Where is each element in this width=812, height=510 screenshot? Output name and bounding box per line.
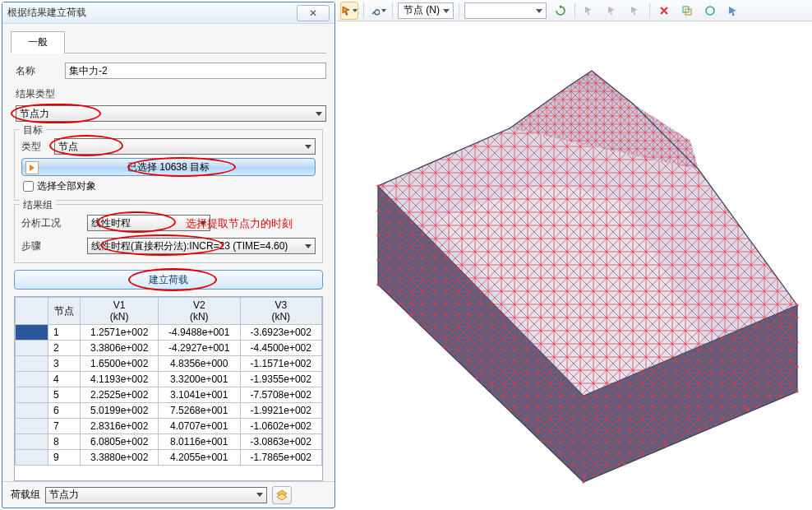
table-row[interactable]: 86.0805e+0028.0116e+001-3.0863e+002 xyxy=(16,434,322,450)
chevron-down-icon xyxy=(443,9,450,13)
cursor-icon xyxy=(584,6,594,16)
tb-op2[interactable] xyxy=(678,2,696,20)
result-type-dropdown[interactable]: 节点力 xyxy=(16,105,326,122)
tb-op4[interactable] xyxy=(724,2,742,20)
svg-point-19 xyxy=(376,209,379,211)
viewport-area: 节点 (N) xyxy=(337,0,812,510)
svg-point-28 xyxy=(582,480,584,483)
result-group-title: 结果组 xyxy=(20,198,56,212)
table-row[interactable]: 65.0199e+0027.5268e+001-1.9921e+002 xyxy=(16,403,322,419)
create-load-label: 建立荷载 xyxy=(149,273,188,287)
svg-point-5 xyxy=(706,7,714,15)
cell-node: 2 xyxy=(48,341,81,356)
step-dropdown[interactable]: 线性时程(直接积分法):INCR=23 (TIME=4.60) xyxy=(87,238,316,254)
tb-select-node[interactable] xyxy=(340,2,358,20)
load-group-label: 荷载组 xyxy=(11,488,40,502)
name-input[interactable] xyxy=(65,63,326,79)
tab-row: 一般 xyxy=(11,30,326,53)
cell-v2: 3.3200e+001 xyxy=(159,372,240,387)
cell-v1: 1.2571e+002 xyxy=(81,325,159,341)
chevron-down-icon xyxy=(316,112,322,116)
dialog-title: 根据结果建立荷载 xyxy=(7,6,86,20)
cell-node: 6 xyxy=(48,403,81,419)
cell-v2: 4.8356e+000 xyxy=(159,356,240,372)
chevron-down-icon xyxy=(305,244,311,248)
result-type-label: 结果类型 xyxy=(16,87,65,101)
close-button[interactable]: ✕ xyxy=(297,5,330,21)
chevron-down-icon xyxy=(256,493,263,497)
circle-icon xyxy=(704,5,716,16)
svg-point-21 xyxy=(376,258,379,261)
col-v2[interactable]: V2(kN) xyxy=(159,298,240,325)
table-row[interactable]: 23.3806e+002-4.2927e+001-4.4500e+002 xyxy=(16,341,322,356)
cell-node: 8 xyxy=(48,434,81,450)
cell-v3: -1.1571e+002 xyxy=(240,356,322,372)
analysis-case-dropdown[interactable]: 线性时程 xyxy=(87,215,210,231)
col-v3[interactable]: V3(kN) xyxy=(240,298,322,325)
type-label: 类型 xyxy=(21,140,54,154)
cell-v2: 4.0707e+001 xyxy=(159,419,240,434)
cell-v3: -1.9921e+002 xyxy=(240,403,322,419)
svg-point-20 xyxy=(376,234,379,236)
3d-viewport[interactable] xyxy=(337,21,812,510)
dialog-footer: 荷载组 节点力 xyxy=(2,481,334,508)
step-value: 线性时程(直接积分法):INCR=23 (TIME=4.60) xyxy=(91,239,288,253)
cursor-icon xyxy=(341,5,351,16)
tab-general[interactable]: 一般 xyxy=(11,31,65,53)
select-all-label: 选择全部对象 xyxy=(37,179,96,193)
chevron-down-icon xyxy=(305,145,311,149)
selection-mode-dropdown[interactable]: 节点 (N) xyxy=(398,2,454,19)
cell-v2: -4.9488e+001 xyxy=(159,325,240,341)
footer-action-button[interactable] xyxy=(272,486,292,504)
load-group-value: 节点力 xyxy=(49,488,79,502)
cell-v2: -4.2927e+001 xyxy=(159,341,240,356)
table-row[interactable]: 44.1193e+0023.3200e+001-1.9355e+002 xyxy=(16,372,322,387)
table-row[interactable]: 72.8316e+0024.0707e+001-1.0602e+002 xyxy=(16,419,322,434)
tb-pick1[interactable] xyxy=(580,2,598,20)
cursor-icon xyxy=(727,5,739,16)
svg-point-18 xyxy=(376,184,379,187)
cursor-icon xyxy=(630,6,640,16)
selected-count-bar[interactable]: 已选择 10638 目标 xyxy=(21,158,316,176)
filter-dropdown[interactable] xyxy=(464,2,547,19)
svg-point-24 xyxy=(442,345,445,348)
create-load-button[interactable]: 建立荷载 xyxy=(14,270,323,290)
table-row[interactable]: 11.2571e+002-4.9488e+001-3.6923e+002 xyxy=(16,325,322,341)
dialog-titlebar[interactable]: 根据结果建立荷载 ✕ xyxy=(2,2,334,24)
analysis-case-label: 分析工况 xyxy=(21,216,87,230)
tb-pick3[interactable] xyxy=(626,2,644,20)
cell-v3: -7.5708e+002 xyxy=(240,387,322,403)
name-label: 名称 xyxy=(16,64,65,78)
col-v1[interactable]: V1(kN) xyxy=(81,298,159,325)
table-row[interactable]: 93.3880e+0024.2055e+001-1.7865e+002 xyxy=(16,450,322,466)
table-row[interactable]: 31.6500e+0024.8356e+000-1.1571e+002 xyxy=(16,356,322,372)
select-all-checkbox[interactable] xyxy=(23,181,34,192)
svg-point-23 xyxy=(409,314,412,317)
tb-op1[interactable] xyxy=(655,2,673,20)
tb-pick2[interactable] xyxy=(603,2,621,20)
create-load-dialog: 根据结果建立荷载 ✕ 一般 名称 结果类型 节点力 目标 类型 节点 xyxy=(2,2,335,508)
load-group-dropdown[interactable]: 节点力 xyxy=(45,487,267,503)
table-row[interactable]: 52.2525e+0023.1041e+001-7.5708e+002 xyxy=(16,387,322,403)
target-section-title: 目标 xyxy=(20,123,46,137)
target-type-dropdown[interactable]: 节点 xyxy=(54,138,316,155)
cell-v3: -1.9355e+002 xyxy=(240,372,322,387)
chevron-down-icon xyxy=(536,9,542,13)
target-section: 目标 类型 节点 已选择 10638 目标 选择全部对象 xyxy=(14,129,323,201)
col-node[interactable]: 节点 xyxy=(48,298,81,325)
svg-point-34 xyxy=(796,365,798,368)
cell-v2: 8.0116e+001 xyxy=(159,434,240,450)
svg-point-25 xyxy=(475,377,478,379)
analysis-case-value: 线性时程 xyxy=(91,216,131,230)
svg-point-22 xyxy=(376,283,379,285)
tb-op3[interactable] xyxy=(701,2,719,20)
layers-icon xyxy=(276,489,288,501)
results-table[interactable]: 节点 V1(kN) V2(kN) V3(kN) 11.2571e+002-4.9… xyxy=(14,296,323,481)
tb-wrench[interactable] xyxy=(369,2,387,20)
chevron-down-icon xyxy=(200,221,206,225)
tb-refresh[interactable] xyxy=(551,2,570,20)
svg-point-33 xyxy=(796,390,798,392)
cell-node: 1 xyxy=(48,325,81,341)
cell-v1: 3.3880e+002 xyxy=(81,450,159,466)
svg-point-30 xyxy=(664,444,667,447)
